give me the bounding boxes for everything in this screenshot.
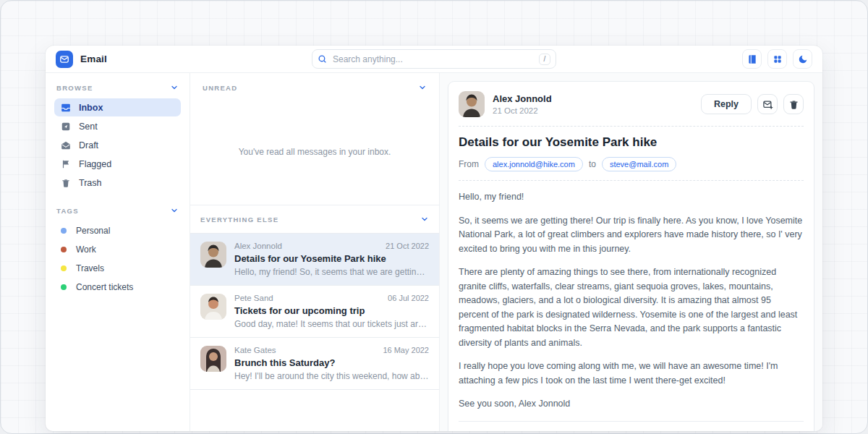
chevron-down-icon[interactable] bbox=[170, 83, 179, 92]
mail-list-item-alex[interactable]: Alex Jonnold 21 Oct 2022 Details for our… bbox=[190, 233, 439, 285]
search-input[interactable]: Search anything... / bbox=[312, 49, 556, 69]
mail-list-item-pete[interactable]: Pete Sand 06 Jul 2022 Tickets for our up… bbox=[190, 285, 439, 337]
search-shortcut-key: / bbox=[539, 54, 550, 65]
email-app-window: Email Search anything... / bbox=[46, 46, 822, 431]
body-paragraph: I really hope you love coming along with… bbox=[459, 359, 804, 388]
body-paragraph: There are plenty of amazing things to se… bbox=[459, 265, 804, 350]
sidebar-item-label: Flagged bbox=[79, 159, 111, 169]
tag-label: Personal bbox=[76, 226, 110, 236]
sidebar-item-label: Trash bbox=[79, 178, 102, 188]
sent-icon bbox=[61, 122, 71, 132]
detail-sender-name: Alex Jonnold bbox=[493, 93, 693, 104]
docs-button[interactable] bbox=[742, 49, 762, 69]
sidebar: Browse Inbox Sent bbox=[46, 73, 190, 431]
forward-button[interactable] bbox=[757, 94, 778, 114]
mail-item-sender: Kate Gates bbox=[234, 346, 276, 354]
mail-body: Hello, my friend! So, it seems we are ge… bbox=[459, 190, 804, 412]
reply-button[interactable]: Reply bbox=[701, 94, 752, 114]
apps-grid-icon bbox=[773, 54, 783, 64]
divider bbox=[459, 126, 804, 127]
sidebar-item-trash[interactable]: Trash bbox=[54, 174, 181, 192]
app-title: Email bbox=[80, 54, 107, 64]
mail-item-sender: Alex Jonnold bbox=[234, 242, 282, 250]
browse-section-header: Browse bbox=[54, 83, 181, 92]
mail-detail-card: Alex Jonnold 21 Oct 2022 Reply bbox=[448, 81, 814, 431]
sidebar-item-label: Draft bbox=[79, 140, 98, 150]
delete-button[interactable] bbox=[783, 94, 804, 114]
from-to-row: From alex.jonnold@hike.com to steve@mail… bbox=[459, 157, 804, 171]
apps-button[interactable] bbox=[767, 49, 787, 69]
mail-item-preview: Hello, my friend! So, it seems that we a… bbox=[234, 267, 429, 277]
envelope-icon bbox=[59, 54, 69, 64]
browse-label: Browse bbox=[56, 84, 93, 92]
detail-date: 21 Oct 2022 bbox=[493, 106, 693, 115]
body-paragraph: Hello, my friend! bbox=[459, 190, 804, 205]
sidebar-item-inbox[interactable]: Inbox bbox=[54, 98, 181, 116]
trash-icon bbox=[788, 99, 799, 110]
body-paragraph: So, it seems we are getting there! Our t… bbox=[459, 214, 804, 257]
avatar bbox=[200, 294, 226, 320]
sidebar-item-label: Inbox bbox=[79, 103, 103, 113]
detail-actions: Reply bbox=[701, 94, 804, 114]
tag-label: Work bbox=[76, 244, 96, 255]
search-placeholder: Search anything... bbox=[333, 54, 533, 64]
mail-item-subject: Details for our Yosemite Park hike bbox=[234, 253, 429, 264]
unread-section: Unread You've read all messages in your … bbox=[190, 73, 439, 157]
page-background: Email Search anything... / bbox=[0, 0, 868, 434]
top-actions bbox=[682, 49, 812, 69]
mail-item-subject: Brunch this Saturday? bbox=[234, 357, 429, 368]
search-icon bbox=[318, 54, 327, 64]
chevron-down-icon[interactable] bbox=[420, 215, 429, 224]
tag-label: Travels bbox=[76, 263, 104, 273]
content-area: Browse Inbox Sent bbox=[46, 73, 822, 431]
dark-mode-button[interactable] bbox=[793, 49, 812, 69]
avatar bbox=[200, 242, 226, 268]
tag-dot bbox=[61, 284, 67, 290]
tag-dot bbox=[61, 265, 67, 271]
unread-section-header: Unread bbox=[200, 83, 429, 92]
attachments-label: Attachments bbox=[459, 431, 804, 432]
tag-item-work[interactable]: Work bbox=[54, 240, 181, 259]
mail-list-panel: Unread You've read all messages in your … bbox=[190, 73, 440, 431]
from-email-chip[interactable]: alex.jonnold@hike.com bbox=[485, 157, 583, 171]
mail-list-item-kate[interactable]: Kate Gates 16 May 2022 Brunch this Satur… bbox=[190, 337, 439, 390]
mail-item-date: 06 Jul 2022 bbox=[388, 294, 429, 302]
mail-item-sender: Pete Sand bbox=[234, 294, 273, 302]
mail-item-date: 21 Oct 2022 bbox=[386, 242, 429, 250]
everything-else-header: Everything else bbox=[190, 205, 439, 226]
book-icon bbox=[747, 54, 757, 64]
mail-detail-panel: Alex Jonnold 21 Oct 2022 Reply bbox=[440, 73, 822, 431]
mail-item-preview: Good day, mate! It seems that our ticket… bbox=[234, 319, 429, 329]
detail-subject: Details for our Yosemite Park hike bbox=[459, 135, 804, 150]
divider bbox=[459, 421, 804, 422]
tags-section: Tags Personal Work Travels bbox=[54, 206, 181, 297]
sidebar-item-flagged[interactable]: Flagged bbox=[54, 155, 181, 173]
tag-item-concert-tickets[interactable]: Concert tickets bbox=[54, 278, 181, 297]
divider bbox=[459, 180, 804, 181]
tag-item-personal[interactable]: Personal bbox=[54, 221, 181, 240]
unread-empty-message: You've read all messages in your inbox. bbox=[200, 147, 429, 157]
tag-item-travels[interactable]: Travels bbox=[54, 259, 181, 278]
avatar bbox=[459, 91, 485, 117]
mail-item-subject: Tickets for our upcoming trip bbox=[234, 305, 429, 316]
avatar bbox=[200, 346, 226, 372]
sidebar-item-draft[interactable]: Draft bbox=[54, 136, 181, 154]
tag-label: Concert tickets bbox=[76, 282, 133, 292]
mail-item-preview: Hey! I'll be around the city this weeken… bbox=[234, 371, 429, 381]
chevron-down-icon[interactable] bbox=[170, 206, 179, 215]
to-label: to bbox=[589, 159, 596, 169]
chevron-down-icon[interactable] bbox=[418, 83, 427, 92]
unread-label: Unread bbox=[203, 84, 237, 92]
tag-dot bbox=[61, 228, 67, 234]
detail-header: Alex Jonnold 21 Oct 2022 Reply bbox=[459, 91, 804, 117]
tag-dot bbox=[61, 247, 67, 252]
envelope-forward-icon bbox=[762, 99, 773, 110]
flag-icon bbox=[61, 159, 71, 169]
draft-icon bbox=[61, 140, 71, 150]
inbox-icon bbox=[61, 103, 71, 113]
top-bar: Email Search anything... / bbox=[46, 46, 822, 73]
body-signature: See you soon, Alex Jonnold bbox=[459, 397, 804, 412]
email-logo bbox=[56, 51, 73, 68]
sidebar-item-sent[interactable]: Sent bbox=[54, 117, 181, 135]
to-email-chip[interactable]: steve@mail.com bbox=[602, 157, 676, 171]
